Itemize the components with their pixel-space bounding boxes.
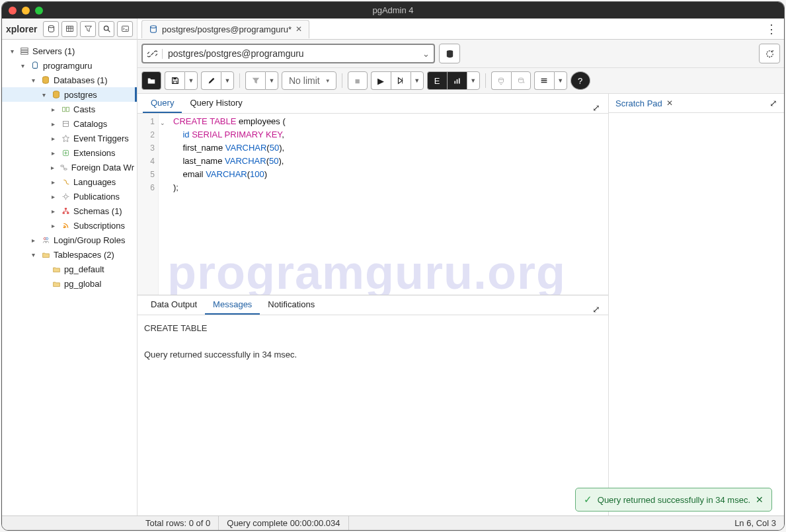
chevron-icon[interactable]: ▸	[48, 178, 58, 186]
tree-node-catalogs[interactable]: ▸Catalogs	[2, 116, 137, 131]
psql-tool-button[interactable]	[117, 21, 133, 37]
chevron-icon[interactable]: ▸	[48, 120, 58, 128]
close-scratch-icon[interactable]: ✕	[666, 98, 673, 108]
svg-point-5	[104, 26, 108, 30]
tab-query-history[interactable]: Query History	[182, 94, 250, 113]
tree-node-label: postgres	[64, 90, 97, 100]
chevron-icon[interactable]: ▾	[28, 251, 38, 258]
connection-field[interactable]: ⌄	[141, 44, 435, 63]
maximize-window-button[interactable]	[35, 7, 43, 15]
view-data-button[interactable]	[61, 21, 77, 37]
svg-rect-8	[21, 48, 28, 50]
tree-node-servers-1-[interactable]: ▾Servers (1)	[2, 44, 137, 58]
tree-node-programguru[interactable]: ▾programguru	[2, 58, 137, 73]
execute-button[interactable]: ▶	[371, 71, 391, 90]
tree-node-pg-global[interactable]: pg_global	[2, 276, 137, 291]
tree-node-event-triggers[interactable]: ▸Event Triggers	[2, 131, 137, 145]
chevron-icon[interactable]: ▸	[48, 149, 58, 157]
chevron-icon[interactable]: ▸	[48, 106, 58, 113]
search-objects-button[interactable]	[98, 21, 114, 37]
save-dropdown[interactable]: ▼	[184, 71, 198, 90]
fold-chevron-icon[interactable]: ⌄	[160, 116, 165, 130]
tab-notifications[interactable]: Notifications	[260, 295, 323, 315]
traffic-lights	[9, 7, 43, 15]
tab-query[interactable]: Query	[143, 94, 182, 113]
svg-rect-35	[459, 78, 460, 83]
server-button[interactable]	[439, 44, 460, 63]
close-window-button[interactable]	[9, 7, 17, 15]
tab-data-output[interactable]: Data Output	[143, 295, 205, 315]
chevron-icon[interactable]: ▾	[18, 62, 27, 69]
edit-dropdown[interactable]: ▼	[221, 71, 234, 90]
filter-rows-button[interactable]	[80, 21, 96, 37]
tree-node-pg-default[interactable]: pg_default	[2, 262, 137, 276]
check-icon: ✓	[584, 494, 592, 506]
tree-node-tablespaces-2-[interactable]: ▾Tablespaces (2)	[2, 247, 137, 262]
tab-messages[interactable]: Messages	[205, 295, 260, 315]
expand-scratch-icon[interactable]: ⤢	[769, 98, 777, 108]
svg-rect-33	[454, 81, 455, 83]
tree-node-label: Schemas (1)	[73, 206, 122, 216]
chevron-down-icon[interactable]: ⌄	[418, 49, 434, 59]
chevron-icon[interactable]: ▸	[48, 193, 58, 200]
chevron-icon[interactable]: ▸	[48, 164, 57, 171]
chevron-icon[interactable]: ▸	[28, 237, 38, 244]
tree-node-casts[interactable]: ▸Casts	[2, 102, 137, 116]
close-tab-icon[interactable]: ✕	[295, 24, 302, 34]
execute-dropdown[interactable]: ▼	[411, 71, 424, 90]
chevron-icon[interactable]: ▾	[39, 91, 48, 98]
query-tool-button[interactable]	[43, 21, 59, 37]
tree-node-foreign-data-wr[interactable]: ▸Foreign Data Wr	[2, 160, 137, 174]
svg-rect-31	[173, 78, 176, 80]
database-icon	[149, 24, 158, 34]
database-icon	[51, 89, 61, 100]
macros-dropdown[interactable]: ▼	[554, 71, 567, 90]
chevron-icon[interactable]: ▸	[48, 222, 58, 229]
tree-node-extensions[interactable]: ▸Extensions	[2, 145, 137, 160]
kebab-menu-icon[interactable]: ⋮	[763, 19, 780, 39]
tree-node-postgres[interactable]: ▾postgres	[2, 87, 137, 102]
save-button[interactable]	[165, 71, 184, 90]
chevron-icon[interactable]: ▸	[48, 208, 58, 215]
tree-node-languages[interactable]: ▸Languages	[2, 174, 137, 189]
reset-layout-button[interactable]	[759, 44, 780, 63]
explain-analyze-button[interactable]	[447, 71, 467, 90]
tree-node-schemas-1-[interactable]: ▸Schemas (1)	[2, 204, 137, 218]
content-area: xplorer ▾Servers (1)▾programguru▾Databas…	[2, 19, 784, 515]
execute-cursor-button[interactable]	[391, 71, 411, 90]
tree-node-subscriptions[interactable]: ▸Subscriptions	[2, 218, 137, 233]
rollback-button[interactable]	[511, 71, 531, 90]
tree-node-databases-1-[interactable]: ▾Databases (1)	[2, 73, 137, 87]
connection-input[interactable]	[163, 48, 418, 59]
chevron-icon[interactable]: ▸	[48, 135, 58, 142]
limit-selector[interactable]: No limit	[282, 71, 336, 90]
languages-icon	[60, 176, 71, 187]
open-file-button[interactable]	[141, 71, 161, 90]
explain-dropdown[interactable]: ▼	[467, 71, 480, 90]
expand-output-icon[interactable]: ⤢	[592, 304, 600, 315]
commit-button[interactable]	[491, 71, 511, 90]
tree-node-label: programguru	[43, 61, 92, 71]
explain-button[interactable]: E	[427, 71, 447, 90]
status-total-rows: Total rows: 0 of 0	[138, 516, 219, 530]
tree-node-login-group-roles[interactable]: ▸Login/Group Roles	[2, 233, 137, 247]
query-file-tab[interactable]: postgres/postgres@programguru* ✕	[141, 20, 309, 38]
macros-button[interactable]	[534, 71, 554, 90]
help-button[interactable]: ?	[570, 71, 590, 90]
minimize-window-button[interactable]	[22, 7, 30, 15]
svg-rect-9	[21, 50, 28, 52]
close-toast-icon[interactable]: ✕	[756, 494, 764, 505]
expand-editor-icon[interactable]: ⤢	[592, 102, 600, 113]
filter-dropdown[interactable]: ▼	[265, 71, 278, 90]
filter-button[interactable]	[245, 71, 265, 90]
svg-rect-23	[62, 212, 64, 213]
object-tree[interactable]: ▾Servers (1)▾programguru▾Databases (1)▾p…	[2, 40, 137, 515]
stop-button[interactable]: ■	[348, 71, 368, 90]
chevron-icon[interactable]: ▾	[28, 77, 38, 84]
elephant-icon	[30, 60, 40, 71]
svg-rect-22	[64, 208, 66, 209]
chevron-icon[interactable]: ▾	[7, 48, 17, 55]
edit-button[interactable]	[201, 71, 221, 90]
code-editor[interactable]: 123456 ⌄ CREATE TABLE employees ( id SER…	[138, 114, 608, 295]
tree-node-publications[interactable]: ▸Publications	[2, 189, 137, 204]
